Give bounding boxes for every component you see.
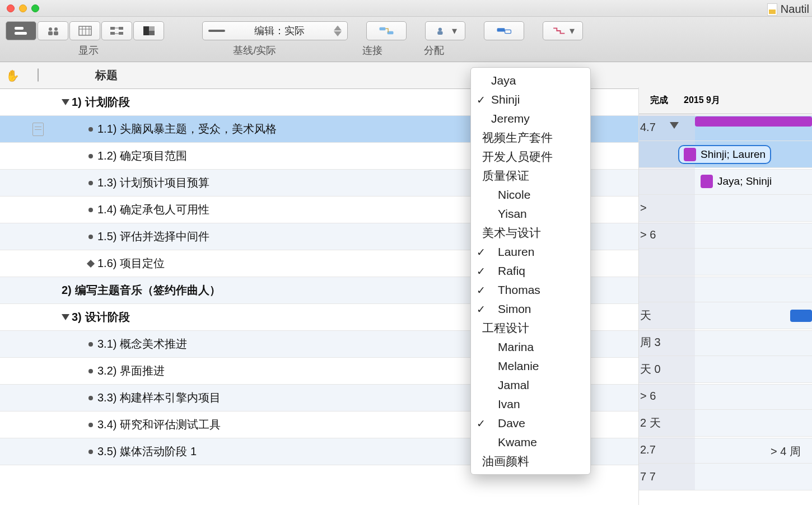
task-number: 3.5) (97, 445, 116, 458)
task-number: 1.2) (97, 149, 116, 162)
menu-item[interactable]: Kwame (471, 433, 590, 452)
svg-rect-25 (505, 30, 511, 33)
task-title: 界面推进 (120, 363, 165, 378)
baseline-label: 编辑：实际 (254, 24, 305, 38)
menu-item[interactable]: 油画颜料 (471, 452, 590, 471)
gantt-row[interactable]: 7 7 (639, 464, 812, 490)
task-title: 概念美术推进 (120, 336, 187, 352)
assign-resource-menu[interactable]: Jaya✓ShinjiJeremy视频生产套件开发人员硬件质量保证NicoleY… (470, 67, 591, 475)
task-bullet-icon (88, 181, 93, 185)
gantt-cell-value: 2 天 (640, 415, 661, 431)
menu-item[interactable]: Marina (471, 338, 590, 357)
gantt-row[interactable]: 周 3 (639, 329, 812, 356)
gantt-row[interactable]: > 6 (639, 383, 812, 410)
menu-item[interactable]: Melanie (471, 357, 590, 376)
title-column-header[interactable]: 标题 (50, 68, 386, 83)
task-number: 3.1) (97, 338, 116, 350)
menu-item-label: Yisan (498, 207, 527, 221)
task-title: 媒体活动阶段 1 (120, 444, 197, 459)
menu-item[interactable]: ✓Lauren (471, 242, 590, 261)
menu-item[interactable]: Yisan (471, 204, 590, 223)
stepper-icon (334, 26, 342, 36)
menu-item-label: 开发人员硬件 (482, 149, 553, 165)
menu-item-label: Marina (498, 340, 534, 354)
gantt-row[interactable]: 天 0 (639, 356, 812, 383)
menu-item[interactable]: Jamal (471, 376, 590, 395)
task-bullet-icon (88, 450, 93, 454)
menu-item-label: Ivan (498, 398, 520, 411)
gantt-view-button[interactable] (6, 21, 36, 40)
gantt-cell-value: 天 (640, 308, 651, 323)
calendar-view-button[interactable] (69, 21, 100, 40)
gantt-cell-value: > (640, 202, 647, 214)
resource-view-button[interactable] (38, 21, 68, 40)
gantt-row[interactable] (639, 249, 812, 275)
disclosure-triangle-icon[interactable] (62, 314, 69, 320)
style-view-button[interactable] (133, 21, 164, 40)
menu-item[interactable]: ✓Rafiq (471, 261, 590, 280)
menu-item[interactable]: 质量保证 (471, 166, 590, 185)
toolbar-label-connect: 连接 (339, 44, 406, 57)
complete-column-header[interactable]: 完成 (639, 95, 673, 106)
menu-item[interactable]: Jaya (471, 71, 590, 90)
menu-item[interactable]: Nicole (471, 185, 590, 204)
gantt-row[interactable]: > 6 (639, 222, 812, 249)
task-number: 3.2) (97, 364, 116, 377)
menu-item[interactable]: ✓Shinji (471, 90, 590, 109)
disclosure-triangle-icon[interactable] (62, 99, 69, 105)
assign-button[interactable]: ▾ (425, 21, 465, 40)
chevron-down-icon[interactable] (670, 122, 679, 129)
menu-item[interactable]: Jeremy (471, 109, 590, 128)
gantt-row[interactable]: > (639, 195, 812, 222)
minimize-window-button[interactable] (19, 4, 27, 12)
gantt-row[interactable]: Shinji; Lauren (639, 141, 812, 168)
menu-item-label: Rafiq (498, 264, 525, 278)
menu-item[interactable]: 开发人员硬件 (471, 147, 590, 166)
menu-item-label: Nicole (498, 188, 530, 202)
task-bullet-icon (88, 369, 93, 373)
task-number: 3.3) (97, 391, 116, 404)
task-bar[interactable] (701, 175, 713, 188)
task-title: 评估并选择中间件 (120, 229, 209, 244)
menu-item-label: Jeremy (491, 112, 530, 125)
menu-item[interactable]: ✓Simon (471, 300, 590, 319)
document-title-text: Nautil (781, 3, 809, 16)
menu-item[interactable]: 美术与设计 (471, 223, 590, 242)
task-bullet-icon (88, 396, 93, 400)
task-title: 确定项目范围 (120, 148, 187, 163)
menu-item-label: 美术与设计 (482, 225, 541, 241)
gantt-row[interactable] (639, 275, 812, 302)
gantt-row[interactable]: 4.7 (639, 114, 812, 141)
connect-button[interactable] (366, 21, 407, 40)
level-button[interactable]: ▾ (543, 21, 583, 40)
menu-item[interactable]: Ivan (471, 395, 590, 414)
task-bar[interactable] (790, 310, 812, 322)
svg-rect-13 (110, 32, 115, 35)
summary-bar[interactable] (695, 116, 812, 127)
note-icon[interactable] (32, 123, 44, 136)
svg-rect-20 (380, 27, 386, 30)
svg-rect-18 (149, 26, 155, 31)
toolbar-label-display: 显示 (6, 44, 171, 57)
close-window-button[interactable] (7, 4, 15, 12)
menu-item[interactable]: ✓Dave (471, 414, 590, 433)
zoom-window-button[interactable] (31, 4, 39, 12)
gantt-row[interactable]: 天 (639, 302, 812, 329)
split-button[interactable] (484, 21, 524, 40)
task-bar[interactable]: Shinji; Lauren (678, 145, 771, 164)
task-bar-fill (684, 148, 696, 161)
note-column-header (25, 69, 50, 82)
menu-item-label: Jaya (491, 74, 516, 87)
task-number: 2) (62, 284, 72, 297)
svg-rect-4 (48, 31, 53, 35)
timeline-month[interactable]: 2015 9月 (673, 95, 720, 106)
baseline-selector[interactable]: 编辑：实际 (202, 21, 348, 40)
menu-item[interactable]: ✓Thomas (471, 280, 590, 300)
menu-item[interactable]: 工程设计 (471, 319, 590, 338)
gantt-row[interactable]: 2 天 (639, 410, 812, 437)
gantt-row[interactable]: Jaya; Shinji (639, 168, 812, 195)
gantt-row[interactable]: 2.7 (639, 437, 812, 464)
svg-point-2 (49, 27, 52, 31)
menu-item[interactable]: 视频生产套件 (471, 128, 590, 147)
network-view-button[interactable] (101, 21, 132, 40)
